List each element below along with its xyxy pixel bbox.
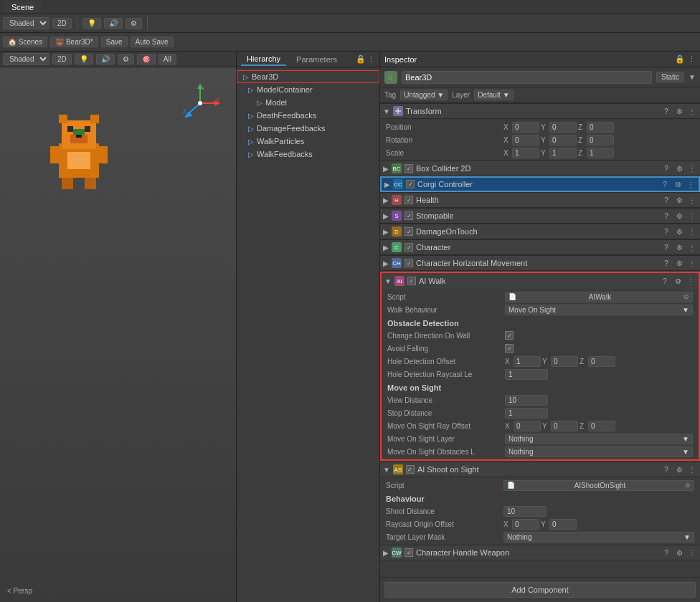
add-component-button[interactable]: Add Component xyxy=(384,582,696,598)
aiw-menu[interactable]: ⋮ xyxy=(686,277,696,285)
toolbar-icon-3[interactable]: ⚙ xyxy=(126,18,142,29)
aiw-script-pick[interactable]: ⊙ xyxy=(684,293,689,300)
cc-help[interactable]: ? xyxy=(660,181,670,188)
shading-mode-dropdown[interactable]: Shaded xyxy=(3,17,49,29)
scene-gizmo-btn[interactable]: 🎯 xyxy=(137,54,156,64)
hdo-x-input[interactable] xyxy=(514,356,541,367)
aiw-script-value[interactable]: 📄 AIWalk ⊙ xyxy=(505,292,693,302)
parameters-tab[interactable]: Parameters xyxy=(290,54,343,65)
health-settings[interactable]: ⚙ xyxy=(674,196,684,204)
hier-item-walk-particles[interactable]: ▷ WalkParticles xyxy=(237,135,379,148)
pos-z-input[interactable] xyxy=(587,122,614,133)
toolbar-icon-2[interactable]: 🔊 xyxy=(104,18,123,29)
ais-menu[interactable]: ⋮ xyxy=(687,466,697,474)
scene-shading-dropdown[interactable]: Shaded xyxy=(3,53,49,65)
cc-toggle[interactable]: ▶ xyxy=(384,181,390,188)
transform-toggle[interactable]: ▼ xyxy=(383,108,390,115)
auto-save-btn[interactable]: Auto Save xyxy=(131,37,174,47)
rco-y-input[interactable] xyxy=(549,519,577,530)
target-layer-dropdown[interactable]: Nothing ▼ xyxy=(503,532,694,543)
stomp-help[interactable]: ? xyxy=(661,212,671,220)
ro-y-input[interactable] xyxy=(551,421,578,431)
aiw-help[interactable]: ? xyxy=(660,277,670,285)
ais-settings[interactable]: ⚙ xyxy=(674,466,684,474)
bc-settings[interactable]: ⚙ xyxy=(674,165,684,173)
ai-walk-header[interactable]: ▼ AI AI Walk ? ⚙ ⋮ xyxy=(382,273,699,289)
chw-help[interactable]: ? xyxy=(661,549,671,557)
char-help[interactable]: ? xyxy=(661,244,671,252)
tag-dropdown[interactable]: Untagged ▼ xyxy=(400,90,448,100)
layer-dropdown[interactable]: Default ▼ xyxy=(474,90,513,100)
bc-toggle[interactable]: ▶ xyxy=(383,165,389,173)
aiw-settings[interactable]: ⚙ xyxy=(673,277,683,285)
hdo-y-input[interactable] xyxy=(551,356,578,367)
scene-audio-btn[interactable]: 🔊 xyxy=(96,54,115,64)
hier-item-death-feedbacks[interactable]: ▷ DeathFeedbacks xyxy=(237,109,379,122)
scale-x-input[interactable] xyxy=(512,148,539,158)
transform-header[interactable]: ▼ Transform ? ⚙ ⋮ xyxy=(380,103,700,119)
hier-item-model-container[interactable]: ▷ ModelContainer xyxy=(237,83,379,96)
rot-z-input[interactable] xyxy=(587,135,614,145)
dmg-help[interactable]: ? xyxy=(661,228,671,236)
chm-header[interactable]: ▶ CH Character Horizontal Movement ? ⚙ ⋮ xyxy=(380,255,700,271)
health-check[interactable] xyxy=(405,196,413,204)
corgi-controller-header[interactable]: ▶ CC Corgi Controller ? ⚙ ⋮ xyxy=(380,176,700,192)
mos-obstacles-dropdown[interactable]: Nothing ▼ xyxy=(505,446,693,457)
transform-menu-btn[interactable]: ⋮ xyxy=(687,108,697,115)
hier-item-bear3d[interactable]: ▷ Bear3D xyxy=(237,70,379,83)
shoot-distance-input[interactable] xyxy=(503,506,547,517)
chw-check[interactable] xyxy=(405,548,413,557)
inspector-more-icon[interactable]: ⋮ xyxy=(688,54,696,64)
mos-layer-dropdown[interactable]: Nothing ▼ xyxy=(505,434,693,444)
chm-menu[interactable]: ⋮ xyxy=(687,259,697,267)
rco-x-input[interactable] xyxy=(512,519,539,530)
scene-viewport[interactable]: Y X Z xyxy=(0,67,236,602)
hdo-z-input[interactable] xyxy=(588,356,615,367)
aiw-toggle[interactable]: ▼ xyxy=(384,277,392,285)
view-distance-input[interactable] xyxy=(505,395,548,406)
scene-settings-btn[interactable]: ⚙ xyxy=(118,54,134,64)
toolbar-icon-1[interactable]: 💡 xyxy=(82,18,101,29)
transform-help-btn[interactable]: ? xyxy=(661,108,671,115)
character-header[interactable]: ▶ C Character ? ⚙ ⋮ xyxy=(380,239,700,255)
hier-item-walk-feedbacks[interactable]: ▷ WalkFeedbacks xyxy=(237,148,379,161)
hierarchy-lock-icon[interactable]: 🔒 xyxy=(356,54,366,64)
ai-shoot-header[interactable]: ▼ AS AI Shoot on Sight ? ⚙ ⋮ xyxy=(380,462,700,477)
hole-raycast-input[interactable] xyxy=(505,369,548,380)
ais-help[interactable]: ? xyxy=(661,466,671,474)
cc-menu[interactable]: ⋮ xyxy=(686,181,696,188)
chw-settings[interactable]: ⚙ xyxy=(674,549,684,557)
hier-item-model[interactable]: ▷ Model xyxy=(237,96,379,109)
chm-help[interactable]: ? xyxy=(661,259,671,267)
chw-toggle[interactable]: ▶ xyxy=(383,549,389,557)
ais-toggle[interactable]: ▼ xyxy=(383,466,390,474)
stomp-toggle[interactable]: ▶ xyxy=(383,212,389,220)
cc-settings[interactable]: ⚙ xyxy=(673,181,683,188)
stomp-settings[interactable]: ⚙ xyxy=(674,212,684,220)
box-collider-header[interactable]: ▶ BC Box Collider 2D ? ⚙ ⋮ xyxy=(380,161,700,176)
ro-x-input[interactable] xyxy=(514,421,541,431)
chw-menu[interactable]: ⋮ xyxy=(687,549,697,557)
chm-toggle[interactable]: ▶ xyxy=(383,259,389,267)
static-arrow[interactable]: ▼ xyxy=(689,73,696,81)
object-name-input[interactable] xyxy=(402,71,652,84)
health-menu[interactable]: ⋮ xyxy=(687,196,697,204)
scenes-btn[interactable]: 🏠 Scenes xyxy=(3,37,47,47)
scene-light-btn[interactable]: 💡 xyxy=(75,54,93,64)
bc-check[interactable] xyxy=(405,164,413,173)
transform-settings-btn[interactable]: ⚙ xyxy=(674,108,684,115)
hier-item-damage-feedbacks[interactable]: ▷ DamageFeedbacks xyxy=(237,122,379,135)
scale-y-input[interactable] xyxy=(549,148,577,158)
static-button[interactable]: Static xyxy=(656,72,684,82)
2d-button[interactable]: 2D xyxy=(52,18,72,29)
inspector-lock-icon[interactable]: 🔒 xyxy=(675,54,685,64)
ais-script-value[interactable]: 📄 AIShootOnSight ⊙ xyxy=(503,480,694,491)
chw-header[interactable]: ▶ CW Character Handle Weapon ? ⚙ ⋮ xyxy=(380,545,700,560)
walk-behaviour-dropdown[interactable]: Move On Sight ▼ xyxy=(505,305,693,315)
dmg-toggle[interactable]: ▶ xyxy=(383,228,389,236)
chm-check[interactable] xyxy=(405,259,413,267)
hierarchy-tab[interactable]: Hierarchy xyxy=(241,53,286,66)
hierarchy-more-icon[interactable]: ⋮ xyxy=(367,54,375,64)
dmg-settings[interactable]: ⚙ xyxy=(674,228,684,236)
bear3d-btn[interactable]: 🐻 Bear3D* xyxy=(50,37,98,47)
